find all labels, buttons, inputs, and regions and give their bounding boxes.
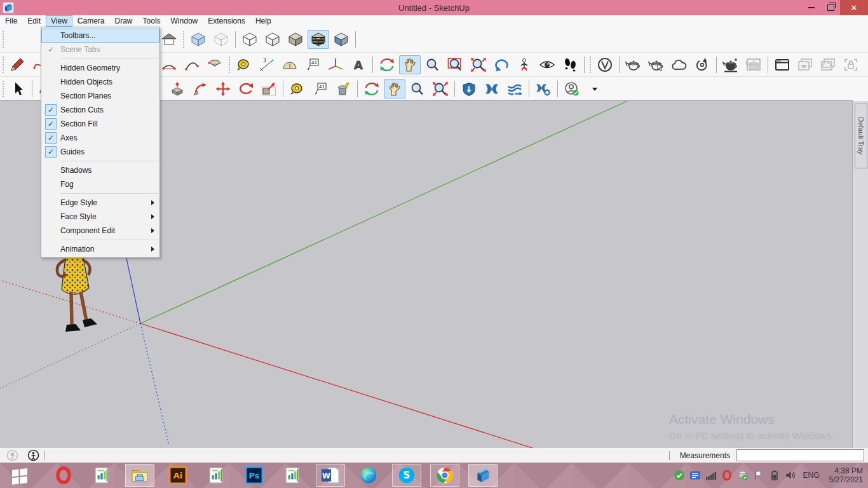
pan-tool-button[interactable] — [399, 55, 421, 74]
follow-me-tool-button[interactable] — [189, 79, 211, 98]
layers-export-tool-button[interactable] — [504, 79, 526, 98]
file-explorer-taskbar-button[interactable] — [125, 464, 154, 487]
view-menu-item-section-fill[interactable]: ✓Section Fill — [41, 117, 159, 131]
select-tool-button[interactable] — [7, 79, 29, 98]
house-tool-button[interactable] — [158, 30, 180, 49]
paint-bucket-tool-button[interactable] — [332, 79, 354, 98]
view-menu-item-hidden-geometry[interactable]: Hidden Geometry — [41, 61, 159, 75]
dimension-tool-button[interactable]: 3 — [256, 55, 278, 74]
photoshop-taskbar-button[interactable]: Ps — [240, 464, 269, 487]
pie-tool-button[interactable] — [204, 55, 226, 74]
toolbar-drag-handle[interactable] — [182, 31, 185, 48]
tray-ime-icon[interactable] — [689, 470, 701, 481]
sketchup-taskbar-button[interactable] — [468, 464, 498, 487]
tray-opera-icon[interactable] — [721, 470, 733, 481]
position-camera-tool-button[interactable] — [513, 55, 535, 74]
close-button[interactable]: ✕ — [840, 0, 868, 15]
report-doc-taskbar-button[interactable] — [87, 464, 116, 487]
tape-measure-tool-button[interactable] — [287, 79, 308, 98]
tray-print-check-icon[interactable] — [737, 470, 749, 481]
toolbar-drag-handle[interactable] — [589, 57, 592, 73]
style-hidden-line-tool-button[interactable] — [262, 30, 283, 49]
scale-tool-button[interactable] — [258, 79, 280, 98]
arc-3pt-tool-button[interactable] — [181, 55, 203, 74]
view-menu-item-face-style[interactable]: Face Style — [41, 210, 159, 224]
view-menu-item-section-planes[interactable]: Section Planes — [41, 89, 159, 103]
zoom-window-tool-button[interactable] — [445, 55, 466, 74]
report-doc-taskbar-button[interactable] — [278, 464, 307, 487]
view-menu-item-toolbars[interactable]: Toolbars... — [41, 29, 159, 43]
account-caret-tool-button[interactable] — [584, 79, 606, 98]
menu-tools[interactable]: Tools — [138, 15, 166, 27]
style-xray-tool-button[interactable] — [187, 30, 209, 49]
view-menu-item-fog[interactable]: Fog — [41, 177, 159, 191]
default-tray-tab[interactable]: Default Tray — [855, 104, 867, 168]
menu-view[interactable]: View — [46, 15, 72, 27]
word-taskbar-button[interactable]: W — [316, 464, 345, 487]
menu-extensions[interactable]: Extensions — [203, 15, 250, 27]
menu-camera[interactable]: Camera — [72, 15, 110, 27]
instructor-icon[interactable] — [27, 449, 39, 461]
view-menu-item-guides[interactable]: ✓Guides — [41, 145, 159, 159]
minimize-button[interactable] — [802, 0, 821, 15]
orbit-tool-button[interactable] — [361, 79, 383, 98]
toolbar-drag-handle[interactable] — [2, 57, 4, 73]
3d-text-tool-button[interactable]: A — [348, 55, 369, 74]
menu-edit[interactable]: Edit — [22, 15, 46, 27]
chaos-cloud-tool-button[interactable] — [668, 55, 690, 74]
geolocation-hint-icon[interactable] — [6, 449, 18, 461]
move-tool-button[interactable] — [212, 79, 234, 98]
view-menu-item-hidden-objects[interactable]: Hidden Objects — [41, 75, 159, 89]
previous-tool-button[interactable] — [491, 55, 512, 74]
taskbar-clock[interactable]: 4:38 PM 5/27/2021 — [829, 466, 863, 484]
menu-help[interactable]: Help — [250, 15, 276, 27]
illustrator-taskbar-button[interactable]: Ai — [163, 464, 193, 487]
view-menu-item-component-edit[interactable]: Component Edit — [41, 224, 159, 238]
toolbar-drag-handle[interactable] — [2, 31, 4, 48]
tray-battery-icon[interactable] — [769, 470, 780, 481]
vray-teapot-tool-button[interactable] — [623, 55, 644, 74]
vray-interactive-tool-button[interactable] — [646, 55, 667, 74]
style-shaded-tool-button[interactable] — [285, 30, 306, 49]
zoom-extents-tool-button[interactable] — [468, 55, 489, 74]
text-tool-button[interactable]: A1 — [309, 79, 331, 98]
account-tool-button[interactable] — [561, 79, 583, 98]
text-tool-button[interactable]: A1 — [302, 55, 323, 74]
toolbar-drag-handle[interactable] — [228, 57, 231, 73]
zoom-tool-button[interactable] — [407, 79, 428, 98]
walk-tool-button[interactable] — [559, 55, 581, 74]
restore-button[interactable] — [821, 0, 840, 15]
style-back-edges-tool-button[interactable] — [210, 30, 232, 49]
rotate-tool-button[interactable] — [235, 79, 257, 98]
report-doc-taskbar-button[interactable] — [201, 464, 231, 487]
zoom-extents-tool-button[interactable] — [430, 79, 451, 98]
language-indicator[interactable]: ENG — [803, 471, 820, 480]
tray-volume-icon[interactable] — [785, 470, 796, 481]
toolbar-drag-handle[interactable] — [2, 81, 4, 97]
axes-tool-button[interactable] — [325, 55, 346, 74]
start-button[interactable] — [1, 464, 38, 487]
view-menu-item-animation[interactable]: Animation — [41, 242, 159, 256]
view-menu-item-axes[interactable]: ✓Axes — [41, 131, 159, 145]
look-around-tool-button[interactable] — [536, 55, 558, 74]
orbit-tool-button[interactable] — [376, 55, 398, 74]
menu-window[interactable]: Window — [166, 15, 203, 27]
style-monochrome-tool-button[interactable] — [330, 30, 352, 49]
menu-file[interactable]: File — [0, 15, 22, 27]
cloud-sync-tool-button[interactable] — [691, 55, 713, 74]
view-menu-item-edge-style[interactable]: Edge Style — [41, 196, 159, 210]
protractor-tool-button[interactable] — [279, 55, 301, 74]
asset-editor-tool-button[interactable] — [771, 55, 793, 74]
vray-tool-button[interactable] — [594, 55, 616, 74]
line-tool-button[interactable] — [7, 55, 29, 74]
opera-taskbar-button[interactable] — [49, 464, 78, 487]
tray-flag-icon[interactable] — [753, 470, 764, 481]
arc-2pt-tool-button[interactable] — [158, 55, 180, 74]
chrome-taskbar-button[interactable] — [430, 464, 459, 487]
style-wireframe-tool-button[interactable] — [239, 30, 261, 49]
scan-import-tool-button[interactable] — [458, 79, 480, 98]
style-shaded-textures-tool-button[interactable] — [308, 30, 329, 49]
view-menu-item-shadows[interactable]: Shadows — [41, 163, 159, 177]
skype-taskbar-button[interactable]: S — [392, 464, 421, 487]
flex-settings-tool-button[interactable] — [532, 79, 554, 98]
